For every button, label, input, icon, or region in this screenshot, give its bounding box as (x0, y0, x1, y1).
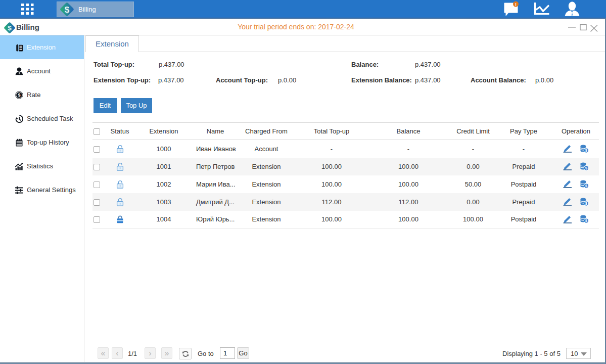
svg-text:!: ! (515, 2, 517, 7)
svg-text:$: $ (65, 5, 70, 15)
svg-text:$: $ (18, 93, 21, 98)
